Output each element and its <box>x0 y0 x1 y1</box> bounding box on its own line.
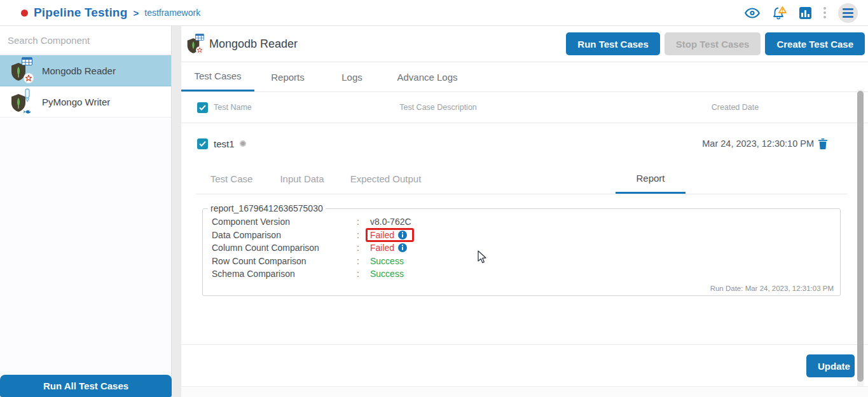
sub-tab-test-case[interactable]: Test Case <box>196 164 267 194</box>
scrollbar-thumb[interactable] <box>857 91 864 382</box>
sidebar-item-label: Mongodb Reader <box>42 65 116 76</box>
column-count-comparison-value: Failed <box>370 243 394 253</box>
sub-tab-report[interactable]: Report <box>616 164 685 194</box>
menu-icon[interactable] <box>838 3 858 23</box>
test-case-checkbox[interactable] <box>197 138 208 149</box>
mongodb-reader-icon <box>9 57 34 84</box>
tab-advance-logs[interactable]: Advance Logs <box>383 62 472 91</box>
update-button[interactable]: Update <box>806 354 855 377</box>
sub-tab-expected-output[interactable]: Expected Output <box>337 164 434 194</box>
vertical-scrollbar <box>857 90 864 386</box>
info-icon[interactable] <box>398 231 407 239</box>
sidebar-item-pymongo-writer[interactable]: PyMongo Writer <box>0 86 171 118</box>
app-title: Pipeline Testing <box>34 6 127 20</box>
test-case-row: test1 Mar 24, 2023, 12:30:10 PM <box>181 123 868 164</box>
column-header-created-date: Created Date <box>672 92 799 123</box>
footer-strip <box>181 387 868 397</box>
schema-comparison-value: Success <box>370 269 404 279</box>
created-date-value: Mar 24, 2023, 12:30:10 PM <box>702 138 814 149</box>
main-panel: Mongodb Reader Run Test Cases Stop Test … <box>181 26 868 397</box>
test-case-table-header: Test Name Test Case Description Created … <box>181 92 868 123</box>
test-status-dot <box>240 140 246 147</box>
row-count-comparison-value: Success <box>370 256 404 266</box>
select-all-checkbox[interactable] <box>197 102 208 113</box>
eye-icon[interactable] <box>745 8 760 18</box>
delete-icon[interactable] <box>818 138 827 149</box>
pymongo-writer-icon <box>9 88 34 115</box>
data-comparison-highlight-box: Failed <box>366 228 414 242</box>
report-row-row-count-comparison: Row Count Comparison : Success <box>212 255 840 268</box>
report-row-column-count-comparison: Column Count Comparison : Failed <box>212 241 840 255</box>
component-version-value: v8.0-762C <box>370 217 411 227</box>
breadcrumb-chevron-icon: > <box>133 8 139 18</box>
search-input[interactable] <box>0 26 171 55</box>
column-header-description: Test Case Description <box>371 92 505 123</box>
reader-star-badge-icon <box>24 74 33 83</box>
top-header: Pipeline Testing > testframework <box>0 0 868 26</box>
test-case-name: test1 <box>214 138 235 149</box>
stop-test-cases-button: Stop Test Cases <box>665 32 761 55</box>
main-tabs: Test Cases Reports Logs Advance Logs <box>181 62 868 92</box>
analytics-icon[interactable] <box>799 7 811 19</box>
notifications-icon[interactable] <box>772 6 787 20</box>
component-title-icon <box>186 33 205 55</box>
run-test-cases-button[interactable]: Run Test Cases <box>566 32 659 55</box>
writer-fish-badge-icon <box>23 107 32 116</box>
data-comparison-value: Failed <box>370 230 394 240</box>
tab-reports[interactable]: Reports <box>254 62 321 91</box>
sub-tab-input-data[interactable]: Input Data <box>267 164 337 194</box>
status-dot <box>21 10 28 17</box>
tab-test-cases[interactable]: Test Cases <box>181 62 254 91</box>
page-title: Mongodb Reader <box>209 37 298 51</box>
content-divider <box>181 344 868 345</box>
more-options-icon[interactable] <box>823 7 826 18</box>
report-row-schema-comparison: Schema Comparison : Success <box>212 267 840 281</box>
run-all-test-cases-button[interactable]: Run All Test Cases <box>0 375 172 397</box>
run-date: Run Date: Mar 24, 2023, 12:31:03 PM <box>710 285 834 292</box>
create-test-case-button[interactable]: Create Test Case <box>765 32 865 55</box>
tab-logs[interactable]: Logs <box>321 62 383 91</box>
report-row-data-comparison: Data Comparison : Failed <box>212 229 840 242</box>
component-sidebar: Mongodb Reader PyMongo Writer Run All Te… <box>0 26 172 397</box>
column-header-test-name: Test Name <box>214 103 252 112</box>
panel-header: Mongodb Reader Run Test Cases Stop Test … <box>181 26 868 62</box>
info-icon[interactable] <box>398 243 407 252</box>
report-row-component-version: Component Version : v8.0-762C <box>212 215 840 229</box>
breadcrumb[interactable]: testframework <box>144 8 200 18</box>
sidebar-item-mongodb-reader[interactable]: Mongodb Reader <box>0 55 171 86</box>
report-id: report_16796412636575030 <box>208 203 326 213</box>
test-case-sub-tabs: Test Case Input Data Expected Output Rep… <box>196 164 848 194</box>
report-fieldset: report_16796412636575030 Component Versi… <box>202 208 841 296</box>
title-star-badge-icon <box>196 47 203 53</box>
sidebar-item-label: PyMongo Writer <box>42 97 110 107</box>
